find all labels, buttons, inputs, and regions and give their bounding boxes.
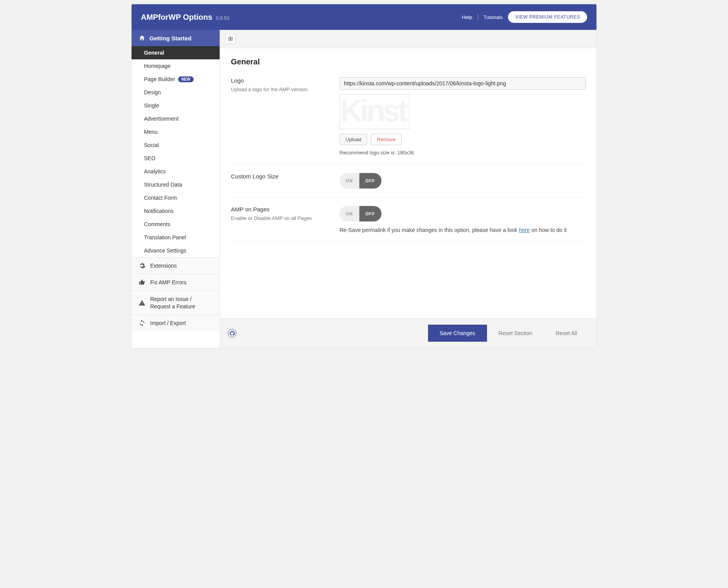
expand-icon <box>228 36 233 42</box>
github-icon <box>230 331 235 336</box>
toggle-off[interactable]: OFF <box>359 206 381 221</box>
thumb-up-icon <box>139 279 146 286</box>
svg-rect-1 <box>230 38 232 40</box>
toolbar <box>220 30 596 48</box>
sidebar-top-label: Getting Started <box>149 35 191 42</box>
sidebar-section-report-issue[interactable]: Report an Issue / Request a Feature <box>132 291 220 314</box>
sidebar-item-advance-settings[interactable]: Advance Settings <box>132 244 220 257</box>
field-right: ON OFF Re-Save permalink if you make cha… <box>340 206 586 233</box>
toggle-on[interactable]: ON <box>340 206 359 221</box>
save-changes-button[interactable]: Save Changes <box>428 325 487 342</box>
footer-bar: Save Changes Reset Section Reset All <box>220 318 596 348</box>
sidebar-section-extensions[interactable]: Extensions <box>132 257 220 274</box>
sidebar-list: General Homepage Page Builder NEW Design… <box>132 46 220 257</box>
header-right: Help Tutorials VIEW PREMIUM FEATURES <box>462 11 587 23</box>
sidebar: Getting Started General Homepage Page Bu… <box>132 30 220 348</box>
header-bar: AMPforWP Options 0.9.53 Help Tutorials V… <box>132 4 596 30</box>
sidebar-item-homepage[interactable]: Homepage <box>132 59 220 73</box>
field-label-logo: Logo <box>231 77 332 84</box>
body-layout: Getting Started General Homepage Page Bu… <box>132 30 596 348</box>
sidebar-section-label: Fix AMP Errors <box>150 279 187 286</box>
sidebar-section-label: Extensions <box>150 262 177 269</box>
sidebar-item-label: Translation Panel <box>144 234 186 240</box>
note-post: on how to do it <box>530 227 567 233</box>
app-version: 0.9.53 <box>216 16 229 21</box>
sidebar-top-getting-started[interactable]: Getting Started <box>132 30 220 46</box>
field-left: AMP on Pages Enable or Disable AMP on al… <box>231 206 332 233</box>
sidebar-item-general[interactable]: General <box>132 46 220 59</box>
help-link[interactable]: Help <box>462 14 472 20</box>
field-left: Custom Logo Size <box>231 173 332 189</box>
note-link[interactable]: here <box>519 227 530 233</box>
reset-section-button[interactable]: Reset Section <box>487 325 544 342</box>
github-link[interactable] <box>228 329 236 337</box>
sidebar-section-fix-errors[interactable]: Fix AMP Errors <box>132 274 220 291</box>
content-area: General Logo Upload a logo for the AMP v… <box>220 30 596 348</box>
sidebar-item-label: Social <box>144 142 159 148</box>
sidebar-item-label: Single <box>144 102 159 109</box>
reset-all-button[interactable]: Reset All <box>544 325 589 342</box>
field-right: ON OFF <box>340 173 586 189</box>
logo-preview: Kinst <box>340 94 409 129</box>
field-row-logo: Logo Upload a logo for the AMP version. … <box>231 77 586 164</box>
sidebar-section-import-export[interactable]: Import / Export <box>132 315 220 331</box>
sidebar-item-label: Structured Data <box>144 182 182 188</box>
sidebar-item-label: SEO <box>144 155 156 161</box>
field-left: Logo Upload a logo for the AMP version. <box>231 77 332 156</box>
sidebar-item-seo[interactable]: SEO <box>132 152 220 165</box>
sidebar-item-label: Homepage <box>144 63 171 69</box>
tutorials-link[interactable]: Tutorials <box>484 14 503 20</box>
logo-button-row: Upload Remove <box>340 134 586 145</box>
header-left: AMPforWP Options 0.9.53 <box>141 13 229 22</box>
sidebar-item-comments[interactable]: Comments <box>132 218 220 231</box>
field-row-amp-pages: AMP on Pages Enable or Disable AMP on al… <box>231 197 586 242</box>
custom-logo-toggle[interactable]: ON OFF <box>340 173 381 189</box>
sidebar-item-design[interactable]: Design <box>132 86 220 99</box>
upload-button[interactable]: Upload <box>340 134 367 145</box>
logo-url-input[interactable] <box>340 77 586 90</box>
sidebar-item-label: Page Builder <box>144 76 175 82</box>
sidebar-item-analytics[interactable]: Analytics <box>132 165 220 178</box>
sidebar-item-advertisement[interactable]: Advertisement <box>132 112 220 125</box>
sidebar-item-label: Contact Form <box>144 195 177 201</box>
field-right: Kinst Upload Remove Recommend logo size … <box>340 77 586 156</box>
logo-preview-text: Kinst <box>340 99 406 123</box>
toggle-on[interactable]: ON <box>340 173 359 189</box>
refresh-icon <box>139 320 146 327</box>
amp-pages-note: Re-Save permalink if you make changes in… <box>340 227 586 233</box>
content-inner: General Logo Upload a logo for the AMP v… <box>220 48 596 318</box>
expand-toggle-button[interactable] <box>225 34 236 44</box>
app-window: AMPforWP Options 0.9.53 Help Tutorials V… <box>131 4 597 348</box>
sidebar-item-label: General <box>144 50 164 56</box>
field-desc-amp-pages: Enable or Disable AMP on all Pages <box>231 215 332 222</box>
sidebar-item-label: Design <box>144 89 161 95</box>
sidebar-item-menu[interactable]: Menu <box>132 125 220 138</box>
amp-pages-toggle[interactable]: ON OFF <box>340 206 381 221</box>
sidebar-item-label: Advertisement <box>144 116 179 122</box>
sidebar-item-label: Analytics <box>144 168 166 175</box>
field-label-custom-logo: Custom Logo Size <box>231 173 332 180</box>
sidebar-item-contact-form[interactable]: Contact Form <box>132 191 220 204</box>
toggle-off[interactable]: OFF <box>359 173 381 189</box>
sidebar-section-label: Report an Issue / Request a Feature <box>150 296 213 310</box>
warning-icon <box>139 299 146 306</box>
sidebar-item-social[interactable]: Social <box>132 138 220 152</box>
header-divider <box>478 14 478 20</box>
home-icon <box>139 35 146 42</box>
sidebar-item-label: Advance Settings <box>144 247 186 254</box>
sidebar-item-notifications[interactable]: Notifications <box>132 204 220 218</box>
sidebar-item-label: Menu <box>144 129 158 135</box>
sidebar-item-structured-data[interactable]: Structured Data <box>132 178 220 191</box>
sidebar-item-single[interactable]: Single <box>132 99 220 112</box>
sidebar-item-page-builder[interactable]: Page Builder NEW <box>132 73 220 86</box>
field-row-custom-logo-size: Custom Logo Size ON OFF <box>231 164 586 197</box>
footer-left <box>228 329 236 337</box>
sidebar-item-label: Notifications <box>144 208 173 214</box>
premium-button[interactable]: VIEW PREMIUM FEATURES <box>508 11 587 23</box>
sidebar-section-label: Import / Export <box>150 320 186 327</box>
logo-hint: Recommend logo size is: 190x36 <box>340 150 586 156</box>
sidebar-item-translation-panel[interactable]: Translation Panel <box>132 231 220 244</box>
note-pre: Re-Save permalink if you make changes in… <box>340 227 519 233</box>
remove-button[interactable]: Remove <box>371 134 401 145</box>
sidebar-item-label: Comments <box>144 221 170 227</box>
